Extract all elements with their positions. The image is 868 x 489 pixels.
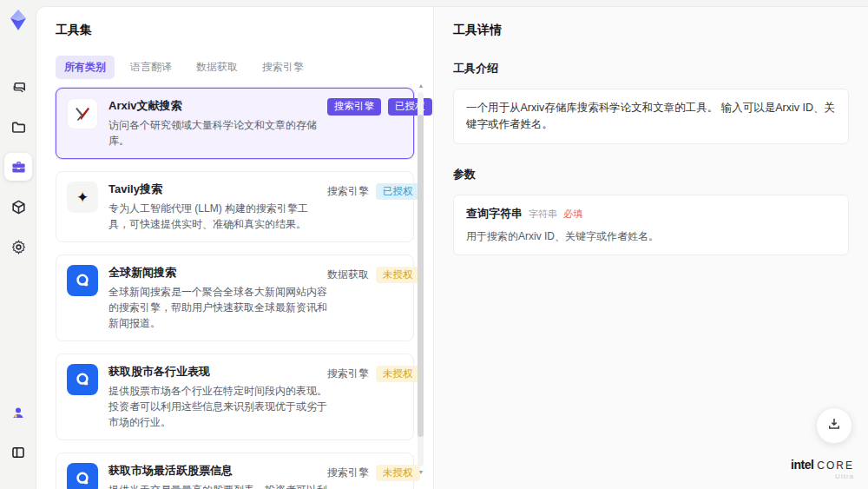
tool-name: 全球新闻搜索 bbox=[108, 265, 327, 281]
collapse-panel-button[interactable] bbox=[4, 439, 32, 466]
download-icon bbox=[826, 416, 842, 435]
list-scrollbar[interactable]: ▲ ▼ bbox=[417, 82, 425, 477]
user-icon bbox=[10, 405, 26, 420]
left-rail bbox=[0, 0, 36, 489]
news-app-logo-icon bbox=[67, 265, 98, 296]
detail-title: 工具详情 bbox=[453, 23, 849, 38]
tool-card-global-news[interactable]: 全球新闻搜索 全球新闻搜索是一个聚合全球各大新闻网站内容的搜索引擎，帮助用户快速… bbox=[56, 254, 414, 341]
auth-status-badge: 未授权 bbox=[376, 465, 420, 482]
param-name: 查询字符串 bbox=[466, 206, 523, 221]
category-label: 数据获取 bbox=[327, 265, 369, 285]
user-avatar-button[interactable] bbox=[4, 399, 32, 426]
intro-card: 一个用于从Arxiv存储库搜索科学论文和文章的工具。 输入可以是Arxiv ID… bbox=[453, 89, 849, 144]
core-wordmark: CORE bbox=[817, 460, 854, 471]
finance-app-logo-icon bbox=[67, 364, 98, 395]
intro-heading: 工具介绍 bbox=[453, 61, 849, 76]
tool-desc: 专为人工智能代理 (LLM) 构建的搜索引擎工具，可快速提供实时、准确和真实的结… bbox=[108, 201, 327, 232]
param-type: 字符串 bbox=[529, 208, 557, 221]
tool-detail-panel: 工具详情 工具介绍 一个用于从Arxiv存储库搜索科学论文和文章的工具。 输入可… bbox=[434, 7, 868, 489]
folder-icon bbox=[10, 119, 27, 135]
auth-status-badge: 已授权 bbox=[376, 183, 420, 201]
gear-icon bbox=[10, 239, 27, 255]
tool-name: 获取股市各行业表现 bbox=[108, 364, 327, 380]
tab-all-categories[interactable]: 所有类别 bbox=[56, 56, 115, 79]
param-card: 查询字符串 字符串 必填 用于搜索的Arxiv ID、关键字或作者姓名。 bbox=[453, 195, 849, 255]
ultra-label: Ultra bbox=[791, 473, 854, 480]
nav-tools-button[interactable] bbox=[4, 153, 32, 181]
param-desc: 用于搜索的Arxiv ID、关键字或作者姓名。 bbox=[466, 229, 836, 244]
auth-status-badge: 未授权 bbox=[376, 267, 420, 284]
briefcase-icon bbox=[10, 159, 27, 175]
finance-app-logo-icon bbox=[67, 463, 98, 489]
category-label: 搜索引擎 bbox=[327, 463, 369, 483]
tool-desc: 提供股票市场各个行业在特定时间段内的表现。投资者可以利用这些信息来识别表现优于或… bbox=[108, 383, 327, 430]
tool-desc: 访问各个研究领域大量科学论文和文章的存储库。 bbox=[108, 117, 327, 149]
tool-card-tavily[interactable]: ✦ Tavily搜索 专为人工智能代理 (LLM) 构建的搜索引擎工具，可快速提… bbox=[56, 171, 414, 242]
category-badge: 搜索引擎 bbox=[327, 98, 381, 116]
app-logo-icon bbox=[7, 9, 30, 31]
tool-card-arxiv[interactable]: Arxiv文献搜索 访问各个研究领域大量科学论文和文章的存储库。 搜索引擎 已授… bbox=[56, 88, 414, 159]
nav-plugins-button[interactable] bbox=[4, 193, 32, 221]
scroll-down-icon[interactable]: ▼ bbox=[417, 468, 425, 477]
intel-core-logo: intel CORE Ultra bbox=[791, 459, 854, 480]
download-button[interactable] bbox=[816, 407, 852, 444]
nav-chat-button[interactable] bbox=[4, 73, 32, 101]
tool-name: Tavily搜索 bbox=[108, 182, 327, 197]
tool-list-panel: 工具集 所有类别 语言翻译 数据获取 搜索引擎 bbox=[36, 7, 434, 489]
tool-desc: 提供当天交易量最高的股票列表。投资者可以利用这些信息来识别流动性强的股票和潜在的… bbox=[108, 482, 327, 489]
tool-card-stock-industry[interactable]: 获取股市各行业表现 提供股票市场各个行业在特定时间段内的表现。投资者可以利用这些… bbox=[56, 354, 414, 440]
tool-desc: 全球新闻搜索是一个聚合全球各大新闻网站内容的搜索引擎，帮助用户快速获取全球最新资… bbox=[108, 284, 327, 331]
chat-icon bbox=[10, 79, 27, 96]
intro-text: 一个用于从Arxiv存储库搜索科学论文和文章的工具。 输入可以是Arxiv ID… bbox=[466, 100, 836, 133]
category-label: 搜索引擎 bbox=[327, 364, 369, 384]
tool-card-active-stocks[interactable]: 获取市场最活跃股票信息 提供当天交易量最高的股票列表。投资者可以利用这些信息来识… bbox=[56, 453, 414, 489]
auth-status-badge: 未授权 bbox=[376, 366, 420, 383]
nav-settings-button[interactable] bbox=[4, 233, 32, 261]
tab-translation[interactable]: 语言翻译 bbox=[122, 56, 181, 79]
category-label: 搜索引擎 bbox=[327, 182, 369, 202]
category-tabs: 所有类别 语言翻译 数据获取 搜索引擎 bbox=[56, 56, 414, 79]
params-heading: 参数 bbox=[453, 167, 849, 182]
panel-icon bbox=[10, 445, 26, 460]
tool-name: Arxiv文献搜索 bbox=[108, 98, 327, 114]
nav-files-button[interactable] bbox=[4, 113, 32, 141]
app-window: 工具集 所有类别 语言翻译 数据获取 搜索引擎 bbox=[0, 0, 868, 489]
tavily-logo-icon: ✦ bbox=[67, 182, 98, 213]
tab-data-fetch[interactable]: 数据获取 bbox=[187, 56, 247, 79]
tool-name: 获取市场最活跃股票信息 bbox=[108, 463, 327, 479]
scrollbar-thumb[interactable] bbox=[418, 115, 424, 437]
intel-wordmark: intel bbox=[791, 459, 813, 471]
param-required-badge: 必填 bbox=[563, 208, 582, 221]
cube-icon bbox=[10, 199, 27, 215]
tool-list: Arxiv文献搜索 访问各个研究领域大量科学论文和文章的存储库。 搜索引擎 已授… bbox=[56, 88, 414, 489]
tab-search-engine[interactable]: 搜索引擎 bbox=[253, 56, 312, 79]
arxiv-logo-icon bbox=[67, 98, 98, 129]
page-title: 工具集 bbox=[56, 23, 414, 38]
scroll-up-icon[interactable]: ▲ bbox=[417, 82, 425, 90]
